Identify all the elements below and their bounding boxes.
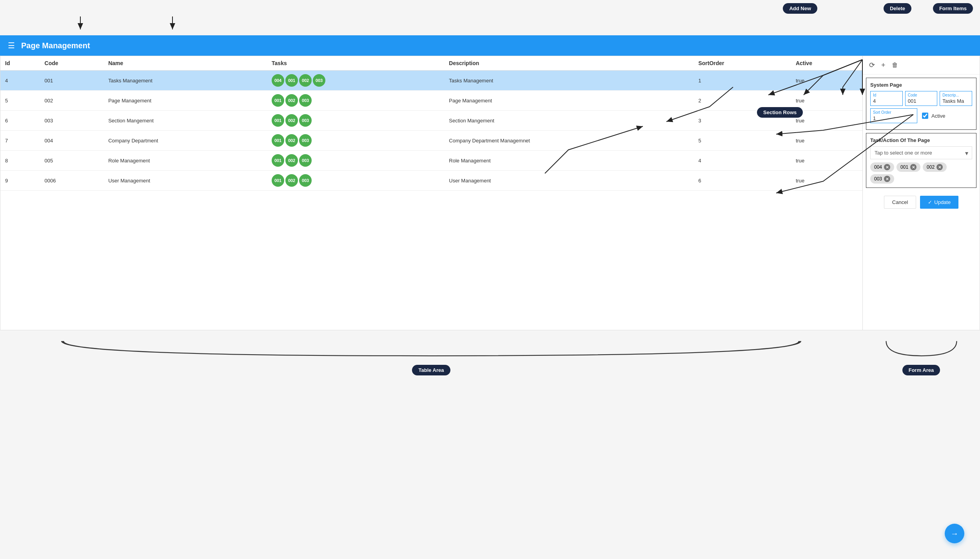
cell-code: 004 (40, 131, 104, 151)
cell-tasks: 001002003 (267, 131, 444, 151)
description-input[interactable] (942, 98, 969, 104)
task-badge: 001 (272, 154, 284, 167)
cell-active: true (791, 171, 862, 191)
cell-active: true (791, 151, 862, 171)
cell-description: User Management (444, 171, 693, 191)
form-brace-svg (883, 338, 960, 362)
active-checkbox[interactable] (922, 113, 928, 119)
task-badge: 001 (285, 74, 298, 87)
task-select[interactable]: Tap to select one or more (870, 146, 972, 159)
task-badge: 001 (272, 174, 284, 187)
cell-id: 6 (0, 111, 40, 131)
tag-remove[interactable]: ✕ (884, 164, 890, 170)
form-buttons: Cancel ✓ Update (863, 191, 980, 213)
cell-name: Role Management (103, 151, 267, 171)
task-badge: 003 (299, 94, 312, 107)
cell-name: Tasks Management (103, 71, 267, 91)
task-select-wrapper[interactable]: Tap to select one or more (870, 146, 972, 159)
table-row[interactable]: 6003Section Mangement001002003Section Ma… (0, 111, 862, 131)
cell-id: 9 (0, 171, 40, 191)
cell-name: Section Mangement (103, 111, 267, 131)
form-row-2: Sort Order Active (870, 108, 972, 123)
delete-annotation: Delete (884, 3, 911, 14)
cell-tasks: 001002003 (267, 91, 444, 111)
table-area-label: Table Area (412, 365, 450, 375)
add-button[interactable]: + (880, 60, 887, 71)
col-name: Name (103, 56, 267, 71)
cell-name: Company Department (103, 131, 267, 151)
id-field[interactable]: Id (870, 91, 903, 106)
table-row[interactable]: 7004Company Department001002003Company D… (0, 131, 862, 151)
task-badge: 002 (299, 74, 312, 87)
cell-tasks: 001002003 (267, 151, 444, 171)
active-label: Active (931, 113, 945, 119)
sort-order-label: Sort Order (873, 110, 915, 115)
task-badge: 003 (299, 154, 312, 167)
selected-tag: 002✕ (923, 162, 947, 172)
tag-label: 004 (874, 164, 882, 170)
sort-order-field[interactable]: Sort Order (870, 108, 917, 123)
add-new-annotation: Add New (783, 3, 817, 14)
task-badge: 004 (272, 74, 284, 87)
delete-button[interactable]: 🗑 (890, 60, 900, 70)
code-input[interactable] (908, 98, 935, 104)
table-row[interactable]: 8005Role Management001002003Role Managem… (0, 151, 862, 171)
form-row-1: Id Code Descrip... (870, 91, 972, 106)
sort-order-input[interactable] (873, 115, 915, 121)
cell-tasks: 001002003 (267, 171, 444, 191)
task-badge: 002 (285, 134, 298, 147)
col-active: Active (791, 56, 862, 71)
task-section: Task/Action Of The Page Tap to select on… (866, 133, 976, 188)
tag-remove[interactable]: ✕ (936, 164, 943, 170)
tag-label: 001 (900, 164, 908, 170)
cell-description: Section Mangement (444, 111, 693, 131)
id-input[interactable] (873, 98, 900, 104)
cancel-button[interactable]: Cancel (884, 196, 916, 209)
cell-description: Role Management (444, 151, 693, 171)
task-badge: 003 (299, 174, 312, 187)
table-row[interactable]: 4001Tasks Management004001002003Tasks Ma… (0, 71, 862, 91)
col-id: Id (0, 56, 40, 71)
cell-code: 003 (40, 111, 104, 131)
system-page-section: System Page Id Code Descrip... (866, 78, 976, 130)
table-row[interactable]: 5002Page Management001002003Page Managem… (0, 91, 862, 111)
col-code: Code (40, 56, 104, 71)
tag-remove[interactable]: ✕ (910, 164, 916, 170)
code-field[interactable]: Code (905, 91, 938, 106)
col-sortorder: SortOrder (693, 56, 791, 71)
tag-label: 003 (874, 176, 882, 182)
table-brace-svg (43, 338, 819, 362)
tag-label: 002 (927, 164, 935, 170)
cell-tasks: 004001002003 (267, 71, 444, 91)
cell-code: 0006 (40, 171, 104, 191)
task-badge: 003 (299, 134, 312, 147)
task-badge: 003 (299, 114, 312, 127)
selected-tags: 004✕001✕002✕003✕ (870, 162, 972, 184)
cell-id: 8 (0, 151, 40, 171)
form-items-annotation: Form Items (933, 3, 973, 14)
form-toolbar: ⟳ + 🗑 (863, 56, 980, 75)
task-badge: 001 (272, 134, 284, 147)
selected-tag: 003✕ (870, 174, 894, 184)
cell-sortorder: 4 (693, 151, 791, 171)
page-title: Page Management (21, 41, 90, 50)
form-area-brace: Form Area (862, 338, 980, 375)
update-button[interactable]: ✓ Update (920, 196, 958, 209)
description-field[interactable]: Descrip... (940, 91, 972, 106)
selected-tag: 004✕ (870, 162, 894, 172)
cell-name: Page Management (103, 91, 267, 111)
refresh-button[interactable]: ⟳ (867, 59, 877, 71)
cell-active: true (791, 71, 862, 91)
cell-name: User Management (103, 171, 267, 191)
cell-sortorder: 1 (693, 71, 791, 91)
section-rows-annotation: Section Rows (757, 107, 803, 118)
navigate-button[interactable]: → (945, 524, 964, 543)
update-check-icon: ✓ (928, 199, 932, 205)
cell-code: 001 (40, 71, 104, 91)
table-container: Id Code Name Tasks Description SortOrder… (0, 56, 862, 330)
tag-remove[interactable]: ✕ (884, 176, 890, 182)
table-row[interactable]: 90006User Management001002003User Manage… (0, 171, 862, 191)
cell-code: 005 (40, 151, 104, 171)
menu-icon[interactable]: ☰ (8, 41, 15, 50)
cell-description: Page Management (444, 91, 693, 111)
